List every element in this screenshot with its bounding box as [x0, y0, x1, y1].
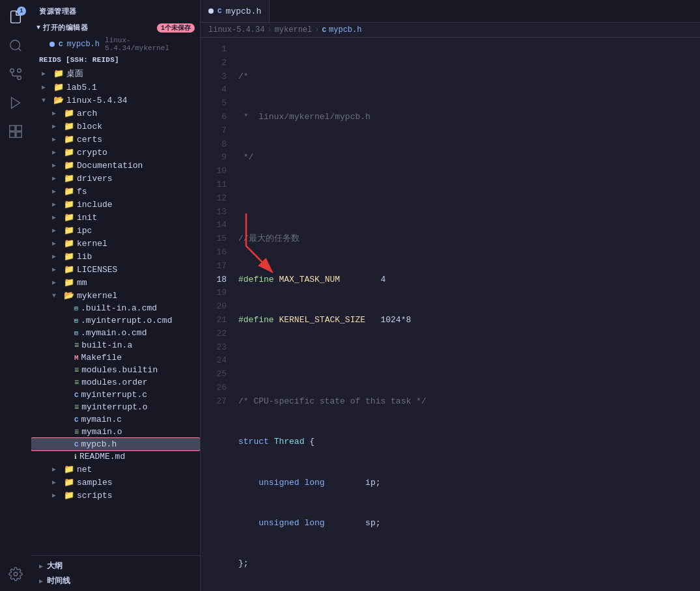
sidebar-item-certs[interactable]: ▶ 📁 certs [31, 133, 200, 146]
run-debug-icon[interactable] [4, 91, 27, 115]
svg-rect-9 [16, 132, 21, 137]
folder-icon: 📁 [64, 134, 74, 144]
open-editor-path: linux-5.4.34/mykernel [105, 36, 195, 52]
sidebar-item-documentation[interactable]: ▶ 📁 Documentation [31, 159, 200, 172]
sidebar-item-crypto[interactable]: ▶ 📁 crypto [31, 146, 200, 159]
folder-icon: 📂 [64, 290, 74, 301]
sidebar-item-readme[interactable]: ▶ ℹ README.md [31, 450, 200, 463]
sidebar-item-mymain-o[interactable]: ▶ ≡ mymain.o [31, 426, 200, 438]
folder-icon: 📁 [64, 490, 74, 501]
ln-3: 3 [201, 70, 227, 84]
reids-header: REIDS [SSH: REIDS] [31, 53, 200, 66]
sidebar-item-block[interactable]: ▶ 📁 block [31, 120, 200, 133]
sidebar-item-include[interactable]: ▶ 📁 include [31, 198, 200, 211]
sidebar-item-mymain-cmd[interactable]: ▶ ⊞ .mymain.o.cmd [31, 327, 200, 339]
sidebar-item-net[interactable]: ▶ 📁 net [31, 463, 200, 476]
breadcrumb-file[interactable]: C mypcb.h [322, 25, 361, 34]
tab-name: mypcb.h [226, 7, 262, 16]
sidebar-item-builtin-cmd[interactable]: ▶ ⊞ .built-in.a.cmd [31, 302, 200, 314]
ln-17: 17 [201, 260, 227, 273]
ln-20: 20 [201, 300, 227, 314]
sidebar-item-init[interactable]: ▶ 📁 init [31, 211, 200, 224]
file-icon: ⊞ [74, 317, 78, 325]
sidebar-item-myinterrupt-c[interactable]: ▶ C myinterrupt.c [31, 389, 200, 401]
chevron-icon: ▶ [42, 70, 51, 77]
folder-icon: 📁 [64, 477, 74, 488]
sidebar-item-kernel[interactable]: ▶ 📁 kernel [31, 237, 200, 250]
sidebar-item-label: mymain.c [81, 415, 122, 424]
code-line-1: /* [238, 70, 700, 84]
sidebar-item-arch[interactable]: ▶ 📁 arch [31, 107, 200, 120]
sidebar-item-mymain-c[interactable]: ▶ C mymain.c [31, 413, 200, 426]
sidebar-item-label: block [77, 122, 102, 131]
code-content[interactable]: /* * linux/mykernel/mypcb.h */ //最大的任务数 … [233, 38, 700, 591]
file-icon: ⊞ [74, 305, 78, 312]
open-editors-header[interactable]: ▼ 打开的编辑器 1个未保存 [31, 20, 200, 35]
sidebar-item-mykernel[interactable]: ▼ 📂 mykernel [31, 289, 200, 302]
sidebar-bottom: ▶ 大纲 ▶ 时间线 [31, 555, 200, 591]
sidebar-item-licenses[interactable]: ▶ 📁 LICENSES [31, 263, 200, 276]
sidebar-item-myinterrupt-o[interactable]: ▶ ≡ myinterrupt.o [31, 401, 200, 413]
folder-icon: 📁 [64, 199, 74, 210]
sidebar-item-label: crypto [77, 148, 107, 158]
ln-13: 13 [201, 206, 227, 219]
sidebar-item-label: 桌面 [66, 68, 83, 79]
sidebar-item-ipc[interactable]: ▶ 📁 ipc [31, 224, 200, 237]
ln-16: 16 [201, 246, 227, 260]
sidebar-item-builtin-a[interactable]: ▶ ≡ built-in.a [31, 339, 200, 351]
breadcrumb-sep: › [315, 25, 319, 34]
sidebar-item-mypcb-h[interactable]: ▶ C mypcb.h [31, 438, 200, 450]
ln-18: 18 [201, 273, 227, 287]
sidebar-item-fs[interactable]: ▶ 📁 fs [31, 185, 200, 198]
sidebar-item-samples[interactable]: ▶ 📁 samples [31, 476, 200, 489]
svg-line-1 [18, 48, 21, 51]
folder-icon: 📁 [64, 264, 74, 275]
sidebar-item-label: mypcb.h [81, 439, 117, 449]
sidebar-item-mm[interactable]: ▶ 📁 mm [31, 276, 200, 289]
breadcrumb-mykernel[interactable]: mykernel [275, 25, 313, 34]
folder-icon: 📁 [53, 82, 64, 92]
code-line-8 [238, 354, 700, 368]
files-icon[interactable] [4, 5, 27, 29]
sidebar-timeline[interactable]: ▶ 时间线 [31, 573, 200, 588]
ln-9: 9 [201, 151, 227, 165]
folder-icon: 📁 [64, 173, 74, 184]
code-editor: 1 2 3 4 5 6 7 8 9 10 11 12 13 14 15 16 1… [201, 38, 700, 591]
settings-icon[interactable] [4, 562, 27, 586]
tab-mypcb[interactable]: C mypcb.h [201, 0, 270, 22]
ln-21: 21 [201, 314, 227, 327]
sidebar-item-scripts[interactable]: ▶ 📁 scripts [31, 489, 200, 502]
file-icon: ℹ [74, 453, 77, 461]
chevron-icon: ▶ [52, 200, 61, 208]
sidebar-item-lab51[interactable]: ▶ 📁 lab5.1 [31, 81, 200, 94]
open-editor-mypcb[interactable]: C mypcb.h linux-5.4.34/mykernel [31, 35, 200, 53]
search-icon[interactable] [4, 34, 27, 57]
folder-icon: 📁 [64, 277, 74, 288]
sidebar-item-desktop[interactable]: ▶ 📁 桌面 [31, 66, 200, 81]
sidebar-outline[interactable]: ▶ 大纲 [31, 558, 200, 573]
chevron-icon: ▶ [52, 240, 61, 247]
sidebar-item-makefile[interactable]: ▶ M Makefile [31, 351, 200, 364]
file-icon: C [74, 416, 79, 424]
sidebar-item-lib[interactable]: ▶ 📁 lib [31, 250, 200, 263]
sidebar-item-drivers[interactable]: ▶ 📁 drivers [31, 172, 200, 185]
c-file-icon: C [59, 40, 63, 48]
sidebar-item-modules-builtin[interactable]: ▶ ≡ modules.builtin [31, 364, 200, 376]
source-control-icon[interactable] [4, 62, 27, 86]
modified-dot [49, 42, 55, 47]
code-line-10: struct Thread { [238, 435, 700, 449]
sidebar-item-myinterrupt-cmd[interactable]: ▶ ⊞ .myinterrupt.o.cmd [31, 314, 200, 327]
ln-4: 4 [201, 83, 227, 97]
sidebar-item-linux[interactable]: ▼ 📂 linux-5.4.34 [31, 94, 200, 107]
sidebar-item-label: mykernel [77, 291, 117, 301]
extensions-icon[interactable] [4, 120, 27, 143]
ln-26: 26 [201, 381, 227, 395]
breadcrumb-linux[interactable]: linux-5.4.34 [208, 25, 264, 34]
outline-label: 大纲 [47, 560, 63, 571]
file-icon: ≡ [74, 366, 79, 375]
chevron-icon: ▶ [52, 266, 61, 273]
folder-icon: 📁 [64, 464, 74, 474]
file-tree: ▶ 📁 桌面 ▶ 📁 lab5.1 ▼ 📂 linux-5.4.34 ▶ 📁 a… [31, 66, 200, 555]
sidebar-item-modules-order[interactable]: ▶ ≡ modules.order [31, 376, 200, 389]
line-numbers: 1 2 3 4 5 6 7 8 9 10 11 12 13 14 15 16 1… [201, 38, 233, 591]
